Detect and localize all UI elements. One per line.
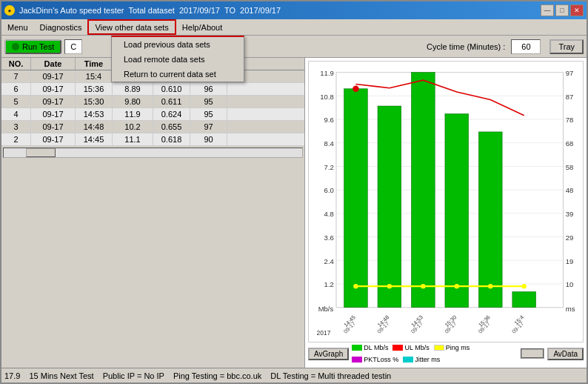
chart-scroll-thumb[interactable] xyxy=(521,349,544,358)
cycle-time-input[interactable] xyxy=(511,39,541,54)
table-row: 209-1714:4511.10.61890 xyxy=(1,133,304,146)
table-cell: 09-17 xyxy=(31,83,76,95)
toolbar-input[interactable] xyxy=(64,39,82,54)
legend-pkt-label: PKTLoss % xyxy=(364,356,398,363)
dropdown-item-return-current[interactable]: Return to current data set xyxy=(112,67,244,82)
tray-button[interactable]: Tray xyxy=(549,39,584,54)
legend-dl-box xyxy=(352,345,362,351)
run-icon xyxy=(12,43,19,50)
title-bar-left: ● JackDinn's Auto speed tester Total dat… xyxy=(4,5,281,16)
svg-text:8.4: 8.4 xyxy=(324,139,334,148)
menu-item-menu[interactable]: Menu xyxy=(1,19,34,35)
table-cell: 6 xyxy=(1,83,31,95)
svg-rect-35 xyxy=(378,106,401,308)
svg-rect-36 xyxy=(411,73,435,308)
chart-scrollbar[interactable] xyxy=(521,348,544,359)
close-button[interactable]: ✕ xyxy=(570,4,584,16)
table-cell: 0.624 xyxy=(153,108,190,120)
menu-bar: Menu Diagnostics View other data sets He… xyxy=(1,19,587,36)
svg-text:10.8: 10.8 xyxy=(320,93,334,101)
svg-text:9.6: 9.6 xyxy=(324,116,334,124)
status-value1: 17.9 xyxy=(4,371,20,380)
legend-jitter-label: Jitter ms xyxy=(415,356,440,363)
table-cell: 95 xyxy=(190,96,227,107)
table-cell: 0.655 xyxy=(153,121,190,133)
svg-text:48: 48 xyxy=(566,186,574,194)
table-cell: 0.611 xyxy=(153,96,190,107)
legend-pkt: PKTLoss % xyxy=(352,356,398,363)
status-public-ip: Public IP = No IP xyxy=(103,371,164,380)
run-test-button[interactable]: Run Test xyxy=(4,39,61,54)
svg-rect-34 xyxy=(344,89,368,308)
menu-item-help[interactable]: Help/About xyxy=(176,19,228,35)
legend-dl-label: DL Mb/s xyxy=(364,344,388,351)
svg-rect-38 xyxy=(478,132,502,308)
table-bottom-scroll[interactable] xyxy=(3,148,303,158)
svg-text:87: 87 xyxy=(566,93,574,101)
table-cell: 0.618 xyxy=(153,133,190,145)
chart-legend: DL Mb/s UL Mb/s Ping ms PKTLoss % xyxy=(352,342,518,365)
chart-container: 11.9 10.8 9.6 8.4 7.2 6.0 4.8 3.6 2.4 1.… xyxy=(308,61,584,342)
svg-text:10: 10 xyxy=(566,280,574,288)
av-graph-button[interactable]: AvGraph xyxy=(308,348,349,360)
legend-ul: UL Mb/s xyxy=(392,344,429,351)
data-table: NO. Date Time Mb/s Ping PKT L 709-1715:4… xyxy=(1,58,305,368)
run-test-label: Run Test xyxy=(22,42,54,51)
svg-text:6.0: 6.0 xyxy=(324,186,334,194)
table-scroll-thumb[interactable] xyxy=(26,148,56,157)
svg-text:1.2: 1.2 xyxy=(324,280,334,288)
svg-point-42 xyxy=(421,284,425,288)
table-row: 409-1714:5311.90.62495 xyxy=(1,108,304,121)
col-header-time: Time xyxy=(76,58,113,70)
svg-text:7.2: 7.2 xyxy=(324,163,334,171)
table-cell: 4 xyxy=(1,108,31,120)
av-data-button[interactable]: AvData xyxy=(547,348,584,360)
table-cell: 14:48 xyxy=(76,121,113,133)
dropdown-item-load-remote[interactable]: Load remote data sets xyxy=(112,52,244,67)
dropdown-menu: Load previous data sets Load remote data… xyxy=(111,36,244,82)
svg-point-41 xyxy=(387,284,392,288)
table-cell: 7 xyxy=(1,70,31,82)
status-bar: 17.9 15 Mins Next Test Public IP = No IP… xyxy=(1,368,587,383)
table-cell: 09-17 xyxy=(31,121,76,133)
legend-jitter: Jitter ms xyxy=(403,356,440,363)
legend-jitter-box xyxy=(403,357,413,363)
date-from: 2017/09/17 xyxy=(179,6,220,15)
table-cell: 97 xyxy=(190,121,227,133)
table-cell: 15:36 xyxy=(76,83,113,95)
svg-text:11.9: 11.9 xyxy=(320,69,334,77)
minimize-button[interactable]: — xyxy=(541,4,554,16)
svg-text:Mb/s: Mb/s xyxy=(318,305,334,313)
table-cell: 11.9 xyxy=(113,108,153,120)
svg-point-40 xyxy=(353,284,358,288)
svg-text:97: 97 xyxy=(566,69,574,77)
svg-point-45 xyxy=(522,284,527,288)
main-area: NO. Date Time Mb/s Ping PKT L 709-1715:4… xyxy=(1,58,587,368)
app-icon: ● xyxy=(4,5,15,16)
svg-text:39: 39 xyxy=(566,210,574,218)
legend-ul-box xyxy=(392,345,403,351)
table-cell: 90 xyxy=(190,133,227,145)
date-to: 2017/09/17 xyxy=(240,6,281,15)
svg-point-46 xyxy=(353,86,358,92)
maximize-button[interactable]: □ xyxy=(555,4,569,16)
chart-svg: 11.9 10.8 9.6 8.4 7.2 6.0 4.8 3.6 2.4 1.… xyxy=(309,62,583,342)
svg-text:2017: 2017 xyxy=(317,329,331,337)
table-cell: 14:45 xyxy=(76,133,113,145)
col-header-no: NO. xyxy=(1,58,31,70)
svg-point-43 xyxy=(455,284,459,288)
app-title: JackDinn's Auto speed tester xyxy=(19,6,124,15)
legend-ul-label: UL Mb/s xyxy=(404,344,429,351)
menu-item-diagnostics[interactable]: Diagnostics xyxy=(34,19,88,35)
chart-area: 11.9 10.8 9.6 8.4 7.2 6.0 4.8 3.6 2.4 1.… xyxy=(305,58,587,368)
svg-point-44 xyxy=(488,284,492,288)
menu-item-view-other[interactable]: View other data sets xyxy=(87,19,176,35)
table-cell: 09-17 xyxy=(31,96,76,107)
dataset-label: Total dataset xyxy=(129,6,175,15)
table-row: 309-1714:4810.20.65597 xyxy=(1,121,304,133)
svg-text:19: 19 xyxy=(566,257,574,265)
status-next-test: 15 Mins Next Test xyxy=(29,371,93,380)
legend-dl: DL Mb/s xyxy=(352,344,388,351)
dropdown-item-load-previous[interactable]: Load previous data sets xyxy=(112,37,244,52)
cycle-time-label: Cycle time (Minutes) : xyxy=(427,42,505,51)
